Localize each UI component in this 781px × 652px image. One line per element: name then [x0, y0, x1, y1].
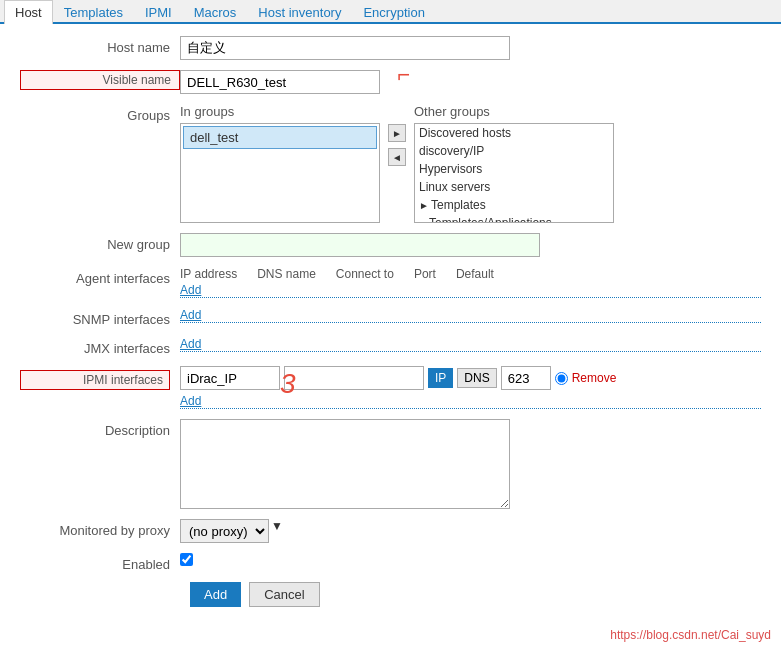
col-port: Port: [414, 267, 436, 281]
other-groups-label: Other groups: [414, 104, 614, 119]
proxy-select[interactable]: (no proxy): [180, 519, 269, 543]
description-label: Description: [20, 419, 180, 438]
col-dns: DNS name: [257, 267, 316, 281]
new-group-label: New group: [20, 233, 180, 252]
col-default: Default: [456, 267, 494, 281]
description-row: Description: [20, 419, 761, 509]
proxy-dropdown-arrow: ▼: [271, 519, 283, 533]
jmx-add-link[interactable]: Add: [180, 337, 761, 352]
host-name-input[interactable]: [180, 36, 510, 60]
in-groups-label: In groups: [180, 104, 380, 119]
ipmi-add-link[interactable]: Add: [180, 394, 761, 409]
description-input[interactable]: [180, 419, 510, 509]
dns-toggle-btn[interactable]: DNS: [457, 368, 496, 388]
annotation-arrow: ⌐: [397, 62, 410, 88]
new-group-row: New group: [20, 233, 761, 257]
other-groups-item-4[interactable]: ►Templates: [415, 196, 613, 214]
jmx-interfaces-row: JMX interfaces Add: [20, 337, 761, 356]
ipmi-default-radio[interactable]: [555, 372, 568, 385]
cancel-button[interactable]: Cancel: [249, 582, 319, 607]
enabled-label: Enabled: [20, 553, 180, 572]
tab-encryption[interactable]: Encryption: [352, 0, 435, 24]
tab-host[interactable]: Host: [4, 0, 53, 24]
in-groups-item[interactable]: dell_test: [183, 126, 377, 149]
tab-macros[interactable]: Macros: [183, 0, 248, 24]
expand-icon-4: ►: [419, 200, 431, 211]
agent-interfaces-label: Agent interfaces: [20, 267, 180, 286]
tab-bar: Host Templates IPMI Macros Host inventor…: [0, 0, 781, 24]
ipmi-interfaces-label: IPMI interfaces: [20, 370, 170, 390]
other-groups-list[interactable]: Discovered hosts discovery/IP Hypervisor…: [414, 123, 614, 223]
snmp-interfaces-row: SNMP interfaces Add: [20, 308, 761, 327]
ipmi-interface-item: 3 IP DNS Remove: [180, 366, 761, 390]
ipmi-name-input[interactable]: [180, 366, 280, 390]
proxy-label: Monitored by proxy: [20, 519, 180, 538]
jmx-interfaces-wrap: Add: [180, 337, 761, 352]
other-groups-item-3[interactable]: Linux servers: [415, 178, 613, 196]
agent-interfaces-header: IP address DNS name Connect to Port Defa…: [180, 267, 761, 281]
ipmi-remove-link[interactable]: Remove: [572, 371, 617, 385]
col-connect: Connect to: [336, 267, 394, 281]
arrow-col: ► ◄: [388, 104, 406, 166]
move-right-btn[interactable]: ►: [388, 124, 406, 142]
jmx-interfaces-label: JMX interfaces: [20, 337, 180, 356]
other-groups-col: Other groups Discovered hosts discovery/…: [414, 104, 614, 223]
in-groups-list[interactable]: dell_test: [180, 123, 380, 223]
tab-ipmi[interactable]: IPMI: [134, 0, 183, 24]
visible-name-label: Visible name: [20, 70, 180, 90]
col-ip: IP address: [180, 267, 237, 281]
host-name-row: Host name: [20, 36, 761, 60]
tab-templates[interactable]: Templates: [53, 0, 134, 24]
form-area: Host name Visible name ⌐ Groups In group…: [0, 24, 781, 619]
bottom-buttons: Add Cancel: [20, 582, 761, 607]
host-name-label: Host name: [20, 36, 180, 55]
new-group-input[interactable]: [180, 233, 540, 257]
visible-name-wrap: ⌐: [180, 70, 380, 94]
other-groups-item-5[interactable]: Templates/Applications: [415, 214, 613, 223]
in-groups-col: In groups dell_test: [180, 104, 380, 223]
agent-add-link[interactable]: Add: [180, 283, 761, 298]
ipmi-port-input[interactable]: [501, 366, 551, 390]
enabled-checkbox[interactable]: [180, 553, 193, 566]
ip-dns-toggle: IP DNS: [428, 368, 497, 388]
visible-name-row: Visible name ⌐: [20, 70, 761, 94]
agent-interfaces-row: Agent interfaces IP address DNS name Con…: [20, 267, 761, 298]
enabled-row: Enabled: [20, 553, 761, 572]
submit-add-button[interactable]: Add: [190, 582, 241, 607]
proxy-row: Monitored by proxy (no proxy) ▼: [20, 519, 761, 543]
move-left-btn[interactable]: ◄: [388, 148, 406, 166]
ipmi-interfaces-wrap: 3 IP DNS Remove Add: [180, 366, 761, 409]
visible-name-input[interactable]: [180, 70, 380, 94]
snmp-interfaces-wrap: Add: [180, 308, 761, 323]
ip-toggle-btn[interactable]: IP: [428, 368, 453, 388]
groups-label: Groups: [20, 104, 180, 123]
other-groups-item-1[interactable]: discovery/IP: [415, 142, 613, 160]
ipmi-addr-input[interactable]: [284, 366, 424, 390]
other-groups-item-2[interactable]: Hypervisors: [415, 160, 613, 178]
groups-wrap: In groups dell_test ► ◄ Other groups Dis…: [180, 104, 614, 223]
ipmi-interfaces-row: IPMI interfaces 3 IP DNS Remove Add: [20, 366, 761, 409]
agent-interfaces-wrap: IP address DNS name Connect to Port Defa…: [180, 267, 761, 298]
tab-host-inventory[interactable]: Host inventory: [247, 0, 352, 24]
snmp-interfaces-label: SNMP interfaces: [20, 308, 180, 327]
groups-row: Groups In groups dell_test ► ◄ Other gro…: [20, 104, 761, 223]
other-groups-item-0[interactable]: Discovered hosts: [415, 124, 613, 142]
snmp-add-link[interactable]: Add: [180, 308, 761, 323]
enabled-wrap: [180, 553, 193, 566]
